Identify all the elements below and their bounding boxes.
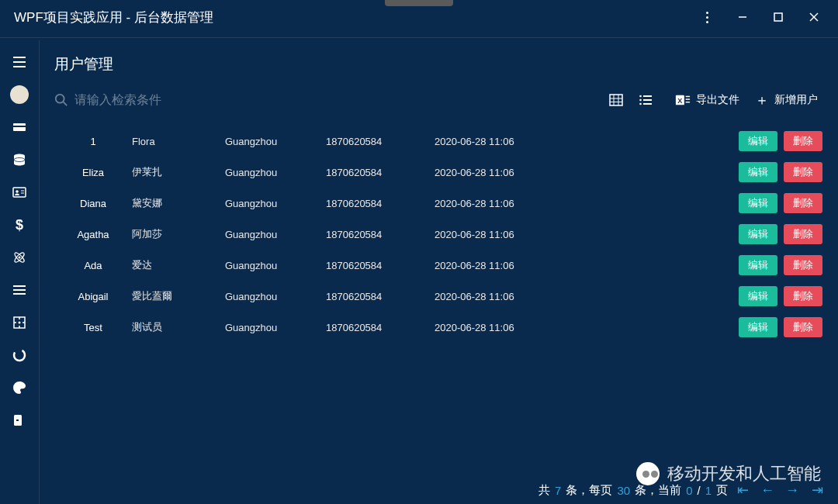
delete-button[interactable]: 删除 (784, 131, 822, 151)
cell-id: Test (54, 322, 132, 333)
table-row: Test 测试员 Guangzhou 1870620584 2020-06-28… (54, 312, 822, 343)
cell-city: Guangzhou (225, 167, 326, 178)
pager-text-2: 条，当前 (635, 483, 681, 498)
svg-point-32 (639, 103, 642, 105)
cell-name: 阿加莎 (132, 227, 225, 241)
edit-button[interactable]: 编辑 (739, 131, 777, 151)
svg-point-17 (19, 322, 21, 324)
palette-icon[interactable] (10, 378, 29, 397)
window-title: WPF项目实践应用 - 后台数据管理 (14, 9, 213, 26)
pager-perpage: 30 (617, 484, 630, 497)
delete-button[interactable]: 删除 (784, 162, 822, 182)
cell-city: Guangzhou (225, 136, 326, 147)
search-input[interactable] (74, 93, 230, 107)
excel-icon: X (675, 93, 691, 107)
cell-phone: 1870620584 (326, 229, 435, 240)
svg-rect-1 (774, 13, 782, 21)
svg-text:X: X (677, 97, 682, 105)
cell-date: 2020-06-28 11:06 (435, 322, 566, 333)
avatar-icon[interactable] (10, 85, 29, 104)
user-table: 1 Flora Guangzhou 1870620584 2020-06-28 … (39, 121, 838, 343)
maximize-button[interactable] (760, 0, 796, 34)
list-icon[interactable] (10, 281, 29, 299)
svg-rect-8 (13, 188, 26, 197)
sidebar: $ (0, 40, 39, 504)
pager-text-1: 条，每页 (566, 483, 612, 498)
svg-rect-20 (16, 419, 19, 421)
search-icon (54, 93, 68, 107)
pager-prev-icon[interactable]: ← (757, 481, 777, 499)
edit-button[interactable]: 编辑 (739, 162, 777, 182)
cell-phone: 1870620584 (326, 167, 435, 178)
page-title: 用户管理 (54, 54, 822, 74)
close-button[interactable] (796, 0, 832, 34)
svg-point-30 (639, 99, 642, 102)
list-view-icon[interactable] (635, 90, 656, 110)
pager-text-prefix: 共 (538, 483, 550, 498)
target-icon[interactable] (10, 313, 29, 332)
cell-city: Guangzhou (225, 322, 326, 333)
cell-name: 伊莱扎 (132, 165, 225, 179)
cell-phone: 1870620584 (326, 136, 435, 147)
cell-date: 2020-06-28 11:06 (435, 167, 566, 178)
delete-button[interactable]: 删除 (784, 193, 822, 213)
table-view-icon[interactable] (605, 90, 627, 110)
cell-city: Guangzhou (225, 229, 326, 240)
table-row: 1 Flora Guangzhou 1870620584 2020-06-28 … (54, 126, 822, 157)
export-label: 导出文件 (696, 93, 739, 107)
table-row: Abigail 愛比蓋爾 Guangzhou 1870620584 2020-0… (54, 281, 822, 312)
svg-point-9 (16, 190, 19, 193)
cell-name: Flora (132, 136, 225, 147)
edit-button[interactable]: 编辑 (739, 255, 777, 275)
table-row: Ada 爱达 Guangzhou 1870620584 2020-06-28 1… (54, 250, 822, 281)
cell-date: 2020-06-28 11:06 (435, 260, 566, 271)
database-icon[interactable] (10, 150, 29, 169)
menu-icon[interactable] (10, 53, 29, 71)
id-card-icon[interactable] (10, 183, 29, 202)
pager-pages: 1 (705, 484, 712, 497)
cell-name: 爱达 (132, 258, 225, 272)
edit-button[interactable]: 编辑 (739, 286, 777, 306)
cell-city: Guangzhou (225, 291, 326, 302)
pager-first-icon[interactable]: ⇤ (732, 481, 753, 499)
search-box[interactable] (54, 93, 230, 107)
edit-button[interactable]: 编辑 (739, 224, 777, 244)
table-row: Diana 黛安娜 Guangzhou 1870620584 2020-06-2… (54, 188, 822, 219)
delete-button[interactable]: 删除 (784, 255, 822, 275)
card-icon[interactable] (10, 118, 29, 136)
delete-button[interactable]: 删除 (784, 286, 822, 306)
cell-name: 测试员 (132, 320, 225, 334)
cell-city: Guangzhou (225, 198, 326, 209)
delete-button[interactable]: 删除 (784, 224, 822, 244)
cell-phone: 1870620584 (326, 198, 435, 209)
dollar-icon[interactable]: $ (10, 216, 29, 234)
cell-phone: 1870620584 (326, 260, 435, 271)
pager-last-icon[interactable]: ⇥ (807, 481, 827, 499)
table-row: Agatha 阿加莎 Guangzhou 1870620584 2020-06-… (54, 219, 822, 250)
edit-button[interactable]: 编辑 (739, 317, 777, 337)
pager-total: 7 (555, 484, 561, 497)
svg-point-28 (639, 95, 642, 98)
edit-button[interactable]: 编辑 (739, 193, 777, 213)
pager-next-icon[interactable]: → (782, 481, 802, 499)
svg-point-15 (19, 257, 21, 259)
cell-city: Guangzhou (225, 260, 326, 271)
toolbar: X 导出文件 ＋ 新增用户 (39, 82, 838, 121)
add-user-button[interactable]: ＋ 新增用户 (750, 91, 822, 109)
atom-icon[interactable] (10, 248, 29, 267)
minimize-button[interactable] (725, 0, 760, 34)
cell-date: 2020-06-28 11:06 (435, 198, 566, 209)
cell-id: Ada (54, 260, 132, 271)
cell-id: 1 (54, 136, 132, 147)
cell-phone: 1870620584 (326, 291, 435, 302)
table-row: Eliza 伊莱扎 Guangzhou 1870620584 2020-06-2… (54, 157, 822, 188)
export-button[interactable]: X 导出文件 (670, 91, 744, 109)
delete-button[interactable]: 删除 (784, 317, 822, 337)
svg-text:$: $ (16, 217, 23, 233)
logout-icon[interactable] (10, 411, 29, 430)
svg-rect-23 (610, 95, 622, 105)
top-window-tab (385, 0, 453, 6)
cell-date: 2020-06-28 11:06 (435, 229, 566, 240)
more-icon[interactable] (689, 0, 725, 34)
progress-icon[interactable] (10, 346, 29, 364)
